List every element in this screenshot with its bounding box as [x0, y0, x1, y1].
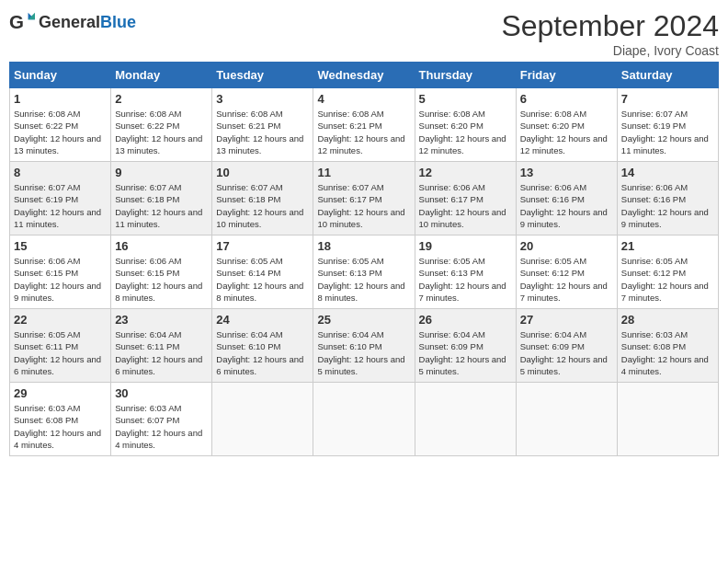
day-number: 20: [520, 239, 613, 253]
day-number: 5: [419, 92, 512, 106]
day-info: Sunrise: 6:05 AM Sunset: 6:12 PM Dayligh…: [520, 255, 613, 304]
day-info: Sunrise: 6:07 AM Sunset: 6:19 PM Dayligh…: [14, 181, 107, 230]
calendar-day-4: 4 Sunrise: 6:08 AM Sunset: 6:21 PM Dayli…: [313, 88, 415, 162]
day-info: Sunrise: 6:06 AM Sunset: 6:17 PM Dayligh…: [419, 181, 512, 230]
calendar-week-3: 15 Sunrise: 6:06 AM Sunset: 6:15 PM Dayl…: [10, 236, 719, 309]
calendar: Sunday Monday Tuesday Wednesday Thursday…: [9, 62, 719, 456]
header: G GeneralBlue September 2024 Diape, Ivor…: [9, 9, 719, 58]
calendar-day-28: 28 Sunrise: 6:03 AM Sunset: 6:08 PM Dayl…: [617, 309, 718, 383]
header-monday: Monday: [111, 63, 212, 88]
header-wednesday: Wednesday: [313, 63, 415, 88]
calendar-day-12: 12 Sunrise: 6:06 AM Sunset: 6:17 PM Dayl…: [415, 162, 516, 236]
day-number: 26: [419, 313, 512, 327]
day-number: 22: [14, 313, 107, 327]
svg-text:G: G: [9, 11, 24, 32]
logo: G GeneralBlue: [9, 9, 136, 35]
day-info: Sunrise: 6:06 AM Sunset: 6:15 PM Dayligh…: [14, 255, 107, 304]
calendar-week-2: 8 Sunrise: 6:07 AM Sunset: 6:19 PM Dayli…: [10, 162, 719, 236]
day-info: Sunrise: 6:08 AM Sunset: 6:20 PM Dayligh…: [419, 108, 512, 156]
day-number: 29: [14, 386, 107, 400]
calendar-day-11: 11 Sunrise: 6:07 AM Sunset: 6:17 PM Dayl…: [313, 162, 415, 236]
calendar-week-1: 1 Sunrise: 6:08 AM Sunset: 6:22 PM Dayli…: [10, 88, 719, 162]
calendar-day-1: 1 Sunrise: 6:08 AM Sunset: 6:22 PM Dayli…: [10, 88, 111, 162]
calendar-header-row: Sunday Monday Tuesday Wednesday Thursday…: [10, 63, 719, 88]
calendar-day-30: 30 Sunrise: 6:03 AM Sunset: 6:07 PM Dayl…: [111, 383, 212, 456]
calendar-day-7: 7 Sunrise: 6:07 AM Sunset: 6:19 PM Dayli…: [617, 88, 718, 162]
day-number: 14: [621, 166, 714, 179]
calendar-day-13: 13 Sunrise: 6:06 AM Sunset: 6:16 PM Dayl…: [516, 162, 617, 236]
calendar-day-16: 16 Sunrise: 6:06 AM Sunset: 6:15 PM Dayl…: [111, 236, 212, 309]
calendar-day-19: 19 Sunrise: 6:05 AM Sunset: 6:13 PM Dayl…: [415, 236, 516, 309]
day-number: 9: [115, 166, 208, 179]
day-number: 2: [115, 92, 208, 106]
day-info: Sunrise: 6:06 AM Sunset: 6:15 PM Dayligh…: [115, 255, 208, 304]
header-thursday: Thursday: [415, 63, 516, 88]
day-info: Sunrise: 6:08 AM Sunset: 6:21 PM Dayligh…: [317, 108, 410, 156]
day-info: Sunrise: 6:07 AM Sunset: 6:19 PM Dayligh…: [621, 108, 714, 156]
day-info: Sunrise: 6:05 AM Sunset: 6:13 PM Dayligh…: [317, 255, 410, 304]
day-info: Sunrise: 6:04 AM Sunset: 6:11 PM Dayligh…: [115, 328, 208, 377]
calendar-day-26: 26 Sunrise: 6:04 AM Sunset: 6:09 PM Dayl…: [415, 309, 516, 383]
day-info: Sunrise: 6:06 AM Sunset: 6:16 PM Dayligh…: [520, 181, 613, 230]
day-info: Sunrise: 6:07 AM Sunset: 6:18 PM Dayligh…: [115, 181, 208, 230]
day-info: Sunrise: 6:08 AM Sunset: 6:22 PM Dayligh…: [14, 108, 107, 156]
day-number: 3: [216, 92, 309, 106]
calendar-day-23: 23 Sunrise: 6:04 AM Sunset: 6:11 PM Dayl…: [111, 309, 212, 383]
header-saturday: Saturday: [617, 63, 718, 88]
header-tuesday: Tuesday: [212, 63, 313, 88]
calendar-day-24: 24 Sunrise: 6:04 AM Sunset: 6:10 PM Dayl…: [212, 309, 313, 383]
title-area: September 2024 Diape, Ivory Coast: [501, 9, 719, 58]
day-number: 23: [115, 313, 208, 327]
day-info: Sunrise: 6:05 AM Sunset: 6:14 PM Dayligh…: [216, 255, 309, 304]
day-number: 7: [621, 92, 714, 106]
day-number: 17: [216, 239, 309, 253]
calendar-day-15: 15 Sunrise: 6:06 AM Sunset: 6:15 PM Dayl…: [10, 236, 111, 309]
calendar-day-21: 21 Sunrise: 6:05 AM Sunset: 6:12 PM Dayl…: [617, 236, 718, 309]
day-number: 10: [216, 166, 309, 179]
day-number: 25: [317, 313, 410, 327]
day-number: 18: [317, 239, 410, 253]
calendar-day-8: 8 Sunrise: 6:07 AM Sunset: 6:19 PM Dayli…: [10, 162, 111, 236]
day-number: 8: [14, 166, 107, 179]
calendar-day-17: 17 Sunrise: 6:05 AM Sunset: 6:14 PM Dayl…: [212, 236, 313, 309]
day-info: Sunrise: 6:04 AM Sunset: 6:09 PM Dayligh…: [419, 328, 512, 377]
calendar-day-22: 22 Sunrise: 6:05 AM Sunset: 6:11 PM Dayl…: [10, 309, 111, 383]
day-info: Sunrise: 6:04 AM Sunset: 6:10 PM Dayligh…: [216, 328, 309, 377]
day-number: 24: [216, 313, 309, 327]
day-number: 4: [317, 92, 410, 106]
day-info: Sunrise: 6:07 AM Sunset: 6:17 PM Dayligh…: [317, 181, 410, 230]
day-number: 6: [520, 92, 613, 106]
day-number: 28: [621, 313, 714, 327]
day-info: Sunrise: 6:04 AM Sunset: 6:10 PM Dayligh…: [317, 328, 410, 377]
calendar-day-3: 3 Sunrise: 6:08 AM Sunset: 6:21 PM Dayli…: [212, 88, 313, 162]
day-info: Sunrise: 6:05 AM Sunset: 6:11 PM Dayligh…: [14, 328, 107, 377]
calendar-day-25: 25 Sunrise: 6:04 AM Sunset: 6:10 PM Dayl…: [313, 309, 415, 383]
day-number: 16: [115, 239, 208, 253]
day-info: Sunrise: 6:05 AM Sunset: 6:13 PM Dayligh…: [419, 255, 512, 304]
day-info: Sunrise: 6:04 AM Sunset: 6:09 PM Dayligh…: [520, 328, 613, 377]
day-info: Sunrise: 6:07 AM Sunset: 6:18 PM Dayligh…: [216, 181, 309, 230]
calendar-week-5: 29 Sunrise: 6:03 AM Sunset: 6:08 PM Dayl…: [10, 383, 719, 456]
day-info: Sunrise: 6:08 AM Sunset: 6:22 PM Dayligh…: [115, 108, 208, 156]
day-info: Sunrise: 6:03 AM Sunset: 6:08 PM Dayligh…: [621, 328, 714, 377]
calendar-day-27: 27 Sunrise: 6:04 AM Sunset: 6:09 PM Dayl…: [516, 309, 617, 383]
location-title: Diape, Ivory Coast: [501, 43, 719, 58]
calendar-day-2: 2 Sunrise: 6:08 AM Sunset: 6:22 PM Dayli…: [111, 88, 212, 162]
day-info: Sunrise: 6:03 AM Sunset: 6:08 PM Dayligh…: [14, 402, 107, 451]
day-number: 30: [115, 386, 208, 400]
day-number: 1: [14, 92, 107, 106]
calendar-day-5: 5 Sunrise: 6:08 AM Sunset: 6:20 PM Dayli…: [415, 88, 516, 162]
logo-blue: Blue: [100, 13, 136, 31]
day-number: 11: [317, 166, 410, 179]
day-info: Sunrise: 6:03 AM Sunset: 6:07 PM Dayligh…: [115, 402, 208, 451]
day-info: Sunrise: 6:08 AM Sunset: 6:20 PM Dayligh…: [520, 108, 613, 156]
day-info: Sunrise: 6:05 AM Sunset: 6:12 PM Dayligh…: [621, 255, 714, 304]
calendar-day-18: 18 Sunrise: 6:05 AM Sunset: 6:13 PM Dayl…: [313, 236, 415, 309]
calendar-day-6: 6 Sunrise: 6:08 AM Sunset: 6:20 PM Dayli…: [516, 88, 617, 162]
calendar-day-9: 9 Sunrise: 6:07 AM Sunset: 6:18 PM Dayli…: [111, 162, 212, 236]
day-info: Sunrise: 6:08 AM Sunset: 6:21 PM Dayligh…: [216, 108, 309, 156]
day-info: Sunrise: 6:06 AM Sunset: 6:16 PM Dayligh…: [621, 181, 714, 230]
day-number: 19: [419, 239, 512, 253]
day-number: 12: [419, 166, 512, 179]
header-sunday: Sunday: [10, 63, 111, 88]
